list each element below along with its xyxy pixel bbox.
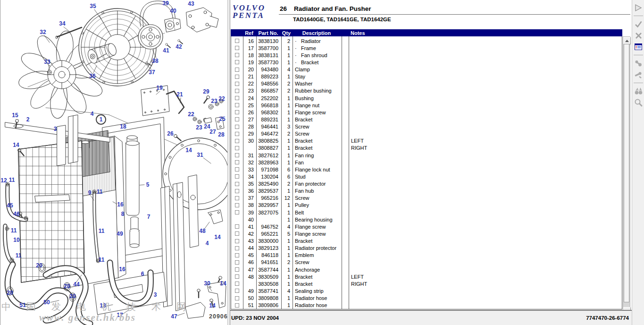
diagram-callout-26[interactable]: 26 xyxy=(167,130,173,137)
diagram-callout-11[interactable]: 11 xyxy=(99,257,105,263)
diagram-callout-35[interactable]: 35 xyxy=(90,3,96,9)
row-checkbox[interactable] xyxy=(235,274,239,279)
table-row[interactable]: 43 3830000 1 Bracket xyxy=(231,238,622,245)
table-row[interactable]: 3808827 1 Bracket RIGHT xyxy=(231,145,622,152)
diagram-callout-40[interactable]: 40 xyxy=(170,8,176,14)
table-row[interactable]: 46 941651 2 Screw xyxy=(231,259,622,266)
table-row[interactable]: 3830508 1 Bracket RIGHT xyxy=(231,280,622,287)
table-row[interactable]: 29 946472 2 Screw xyxy=(231,130,622,137)
row-checkbox[interactable] xyxy=(235,125,239,129)
table-row[interactable]: 22 948556 2 Washer xyxy=(231,80,622,87)
diagram-callout-23[interactable]: 23 xyxy=(211,98,217,104)
diagram-callout-14[interactable]: 14 xyxy=(220,280,226,287)
table-row[interactable]: 51 3809806 1 Radiator hose xyxy=(231,302,622,309)
diagram-callout-33[interactable]: 33 xyxy=(44,59,50,65)
row-checkbox[interactable] xyxy=(235,75,239,79)
row-checkbox[interactable] xyxy=(235,53,239,57)
table-row[interactable]: 31 3827612 1 Fan ring xyxy=(231,152,622,159)
diagram-callout-42[interactable]: 42 xyxy=(176,43,182,50)
diagram-callout-7[interactable]: 7 xyxy=(147,214,151,220)
diagram-callout-38[interactable]: 38 xyxy=(152,58,158,64)
diagram-callout-10[interactable]: 10 xyxy=(13,237,19,243)
diagram-callout-23[interactable]: 23 xyxy=(196,124,202,131)
accept-icon[interactable] xyxy=(633,19,644,29)
table-row[interactable]: 20 943480 4 Clamp xyxy=(231,66,622,73)
row-checkbox[interactable] xyxy=(235,282,239,286)
diagram-callout-12[interactable]: 12 xyxy=(0,177,7,184)
diagram-callout-28[interactable]: 28 xyxy=(218,131,224,138)
binoculars-search-icon[interactable] xyxy=(633,86,644,96)
diagram-callout-49[interactable]: 49 xyxy=(117,231,123,237)
zoom-icon[interactable] xyxy=(633,97,644,108)
diagram-callout-46[interactable]: 46 xyxy=(13,211,19,217)
row-checkbox[interactable] xyxy=(235,110,239,114)
row-checkbox[interactable] xyxy=(235,139,239,143)
diagram-callout-32[interactable]: 32 xyxy=(40,29,46,35)
diagram-callout-39[interactable]: 39 xyxy=(162,0,168,7)
parts-list-icon[interactable] xyxy=(633,42,644,52)
row-checkbox[interactable] xyxy=(235,82,239,86)
diagram-callout-36[interactable]: 36 xyxy=(89,73,95,79)
forward-icon[interactable] xyxy=(633,2,644,13)
row-checkbox[interactable] xyxy=(235,103,239,107)
row-checkbox[interactable] xyxy=(235,289,239,293)
diagram-callout-16[interactable]: 16 xyxy=(117,201,123,208)
row-checkbox[interactable] xyxy=(235,153,239,157)
diagram-callout-2[interactable]: 2 xyxy=(26,116,30,123)
row-checkbox[interactable] xyxy=(235,296,239,300)
table-row[interactable]: 36 3829537 1 Fan hub xyxy=(231,188,622,195)
diagram-callout-15[interactable]: 15 xyxy=(12,112,18,119)
table-row[interactable]: 45 846118 1 Emblem xyxy=(231,252,622,259)
table-row[interactable]: 39 3827075 1 Belt xyxy=(231,209,622,216)
diagram-callout-18[interactable]: 18 xyxy=(120,123,126,130)
row-checkbox[interactable] xyxy=(235,267,239,272)
diagram-callout-41[interactable]: 41 xyxy=(163,47,169,54)
diagram-callout-5[interactable]: 5 xyxy=(146,181,150,188)
diagram-callout-47[interactable]: 47 xyxy=(171,313,177,320)
row-checkbox[interactable] xyxy=(235,89,239,93)
row-checkbox[interactable] xyxy=(235,253,239,257)
diagram-callout-19[interactable]: 19 xyxy=(156,85,162,91)
diagram-callout-14[interactable]: 14 xyxy=(214,234,220,240)
row-checkbox[interactable] xyxy=(235,96,239,100)
row-checkbox[interactable] xyxy=(235,60,239,64)
disassemble-icon[interactable] xyxy=(633,58,644,68)
table-row[interactable]: 44 3829123 1 Radiator protector xyxy=(231,245,622,252)
diagram-callout-14[interactable]: 14 xyxy=(209,302,215,309)
table-row[interactable]: 16 3838130 2 ·Radiator xyxy=(231,37,622,44)
diagram-callout-16[interactable]: 16 xyxy=(119,266,125,273)
diagram-callout-22[interactable]: 22 xyxy=(218,95,225,102)
row-checkbox[interactable] xyxy=(235,174,239,179)
row-checkbox[interactable] xyxy=(235,68,239,72)
table-row[interactable]: 37 965216 12 Screw xyxy=(231,195,622,202)
table-row[interactable]: 38 3829957 1 Pulley xyxy=(231,202,622,209)
row-checkbox[interactable] xyxy=(235,132,239,136)
diagram-callout-22[interactable]: 22 xyxy=(188,111,194,118)
diagram-callout-14[interactable]: 14 xyxy=(185,147,192,154)
cancel-icon[interactable] xyxy=(633,30,644,41)
table-row[interactable]: 25 966818 1 Flange nut xyxy=(231,102,622,109)
table-row[interactable]: 33 971098 6 Flange lock nut xyxy=(231,166,622,173)
diagram-callout-4[interactable]: 4 xyxy=(91,111,94,117)
diagram-callout-43[interactable]: 43 xyxy=(188,0,194,7)
row-checkbox[interactable] xyxy=(235,196,239,200)
row-checkbox[interactable] xyxy=(235,146,239,150)
diagram-callout-1[interactable]: 1 xyxy=(96,114,106,125)
table-row[interactable]: 50 3809808 1 Radiator hose xyxy=(231,295,622,302)
diagram-callout-3[interactable]: 3 xyxy=(54,126,57,132)
diagram-callout-11[interactable]: 11 xyxy=(97,188,103,195)
table-row[interactable]: 18 3838131 1 ·Fan shroud xyxy=(231,51,622,59)
diagram-callout-14[interactable]: 14 xyxy=(13,142,19,148)
table-row[interactable]: 26 968302 1 Flange screw xyxy=(231,109,622,116)
table-row[interactable]: 42 965221 5 Flange screw xyxy=(231,230,622,237)
table-row[interactable]: 41 946752 4 Flange screw xyxy=(231,223,622,230)
scrollbar-thumb[interactable] xyxy=(624,44,629,302)
diagram-callout-20[interactable]: 20 xyxy=(69,293,75,299)
diagram-callout-44[interactable]: 44 xyxy=(73,281,79,288)
table-row[interactable]: 21 889223 1 Stay xyxy=(231,73,622,80)
diagram-callout-31[interactable]: 31 xyxy=(197,152,203,158)
diagram-callout-11[interactable]: 11 xyxy=(99,228,105,234)
table-row[interactable]: 47 3587744 1 Anchorage xyxy=(231,266,622,273)
diagram-callout-9[interactable]: 9 xyxy=(88,189,92,196)
diagram-callout-27[interactable]: 27 xyxy=(209,128,216,135)
